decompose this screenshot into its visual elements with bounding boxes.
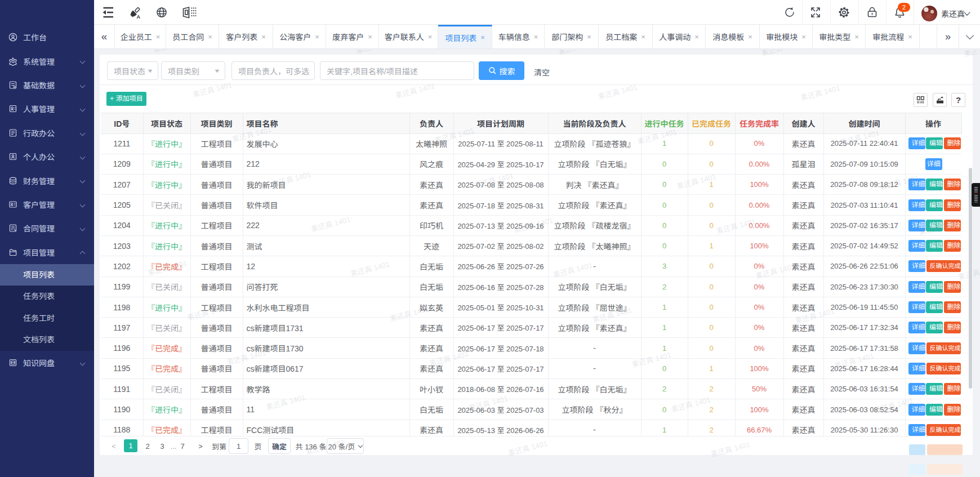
svg-text:A: A xyxy=(137,14,141,20)
